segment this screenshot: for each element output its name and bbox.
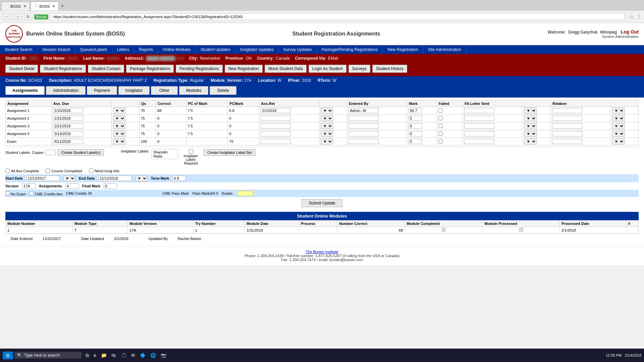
create-invigilator-labels-btn[interactable]: Create Invigilator Label Set [204, 149, 256, 156]
need-invig-info-checkbox[interactable] [89, 169, 93, 173]
asgn-due-3[interactable] [51, 122, 111, 130]
tab-modules[interactable]: Modules [179, 86, 208, 95]
start-date-input[interactable] [26, 176, 60, 181]
asgn-ret-3[interactable] [259, 122, 319, 130]
top-nav-item-site-administration[interactable]: Site Administration [423, 45, 466, 54]
asgn-fa-3[interactable] [463, 122, 523, 130]
asgn-failed-4[interactable] [437, 130, 463, 138]
asgn-fa-1[interactable] [463, 107, 523, 115]
asgn-entered-3[interactable] [347, 122, 407, 130]
footer-link[interactable]: The Burwin Institute [306, 250, 338, 254]
top-nav-item-new-registration[interactable]: New Registration [383, 45, 423, 54]
end-date-dd[interactable]: ▼ [135, 175, 148, 181]
asgn-dd-2[interactable]: ▼ [111, 115, 139, 122]
asgn-dd-4[interactable]: ▼ [111, 130, 139, 138]
asgn-due-1[interactable] [51, 107, 111, 115]
asgn-ret-1[interactable] [259, 107, 319, 115]
refresh-button[interactable]: ↻ [24, 13, 32, 20]
asgn-retaken-dd-1[interactable]: ▼ [610, 107, 638, 115]
start-date-dd[interactable]: ▼ [63, 175, 75, 181]
top-nav-item-invigilator-updates[interactable]: Invigilator Updates [235, 45, 278, 54]
asgn-entered-1[interactable] [347, 107, 407, 115]
assignments-count-input[interactable] [65, 183, 79, 189]
top-nav-item-session-search[interactable]: Session Search [38, 45, 75, 54]
need-invig-info-label[interactable]: Need Invig Info [89, 169, 119, 173]
top-nav-item-package/pending-registrations[interactable]: Package/Pending Registrations [317, 45, 383, 54]
asgn-mark-exam[interactable] [407, 138, 437, 145]
tab-assignments[interactable]: Assignments [5, 86, 45, 95]
invig-required-checkbox[interactable] [189, 149, 193, 154]
asgn-ret-dd-1[interactable]: ▼ [319, 107, 347, 115]
asgn-ret-dd-2[interactable]: ▼ [319, 115, 347, 122]
tab-administration[interactable]: Administration [46, 86, 86, 95]
create-student-labels-btn[interactable]: Create Student Label(s) [58, 149, 104, 156]
asgn-fa-dd-2[interactable]: ▼ [523, 115, 550, 122]
asgn-fa-dd-3[interactable]: ▼ [523, 122, 550, 130]
asgn-dd-3[interactable]: ▼ [111, 122, 139, 130]
asgn-failed-exam[interactable] [437, 138, 463, 145]
end-date-input[interactable] [98, 176, 132, 181]
surveys-btn[interactable]: Surveys [348, 65, 370, 73]
back-button[interactable]: ← [3, 13, 11, 20]
move-student-data-btn[interactable]: Move Student Data [265, 65, 307, 73]
asgn-retaken-2[interactable] [550, 115, 610, 122]
copies-input[interactable] [46, 150, 56, 155]
asgn-ret-4[interactable] [259, 130, 319, 138]
no-exam-checkbox[interactable] [5, 191, 10, 195]
forward-button[interactable]: → [13, 13, 22, 20]
new-registration-btn[interactable]: New Registration [225, 65, 263, 73]
top-nav-item-online-modules[interactable]: Online Modules [158, 45, 196, 54]
new-tab-button[interactable]: + [59, 3, 65, 9]
asgn-retaken-dd-exam[interactable]: ▼ [610, 138, 638, 145]
asgn-retaken-dd-3[interactable]: ▼ [610, 122, 638, 130]
course-completed-label[interactable]: Course Completed [46, 169, 82, 173]
package-registrations-btn[interactable]: Package Registrations [126, 65, 174, 73]
student-history-btn[interactable]: Student History [372, 65, 407, 73]
asgn-ret-dd-4[interactable]: ▼ [319, 130, 347, 138]
asgn-entered-exam[interactable] [347, 138, 407, 145]
bookmark-icon[interactable]: ☆ [630, 14, 634, 19]
tab-other[interactable]: Other [151, 86, 178, 95]
asgn-due-exam[interactable] [51, 138, 111, 145]
asgn-entered-4[interactable] [347, 130, 407, 138]
top-nav-item-student-search[interactable]: Student Search [0, 45, 38, 54]
cme-credits-ass-label[interactable]: CME Credits Ass [29, 191, 62, 196]
login-as-student-btn[interactable]: Login As Student [309, 65, 346, 73]
asgn-retaken-3[interactable] [550, 122, 610, 130]
settings-icon[interactable]: ⋮ [637, 14, 641, 19]
asgn-failed-1[interactable] [437, 107, 463, 115]
tab-delete[interactable]: Delete [210, 86, 236, 95]
asgn-fa-dd-4[interactable]: ▼ [523, 130, 550, 138]
tab-invigilator[interactable]: Invigilator [118, 86, 150, 95]
browser-tab-2[interactable]: 📄 BOSS ✕ [31, 2, 59, 10]
top-nav-item-student-updates[interactable]: Student Updates [196, 45, 235, 54]
browser-tab-1[interactable]: 📄 BOSS ✕ [1, 2, 30, 10]
version-input[interactable] [22, 183, 36, 189]
asgn-ret-2[interactable] [259, 115, 319, 122]
student-detail-btn[interactable]: Student Detail [5, 65, 38, 73]
all-ass-complete-checkbox[interactable] [5, 169, 10, 173]
top-nav-item-queues/labels[interactable]: Queues/Labels [75, 45, 112, 54]
asgn-failed-3[interactable] [437, 122, 463, 130]
student-contact-btn[interactable]: Student Contact [88, 65, 124, 73]
cme-credits-ass-checkbox[interactable] [29, 191, 34, 195]
pending-registrations-btn[interactable]: Pending Registrations [176, 65, 222, 73]
all-ass-complete-label[interactable]: All Ass Complete [5, 169, 39, 173]
asgn-fa-4[interactable] [463, 130, 523, 138]
asgn-retaken-4[interactable] [550, 130, 610, 138]
asgn-entered-2[interactable] [347, 115, 407, 122]
asgn-mark-3[interactable] [407, 122, 437, 130]
course-completed-checkbox[interactable] [46, 169, 50, 173]
asgn-dd-1[interactable]: ▼ [111, 107, 139, 115]
asgn-due-4[interactable] [51, 130, 111, 138]
asgn-retaken-dd-2[interactable]: ▼ [610, 115, 638, 122]
asgn-fa-dd-1[interactable]: ▼ [523, 107, 550, 115]
student-registrations-btn[interactable]: Student Registrations [40, 65, 86, 73]
asgn-retaken-1[interactable] [550, 107, 610, 115]
top-nav-item-survey-updates[interactable]: Survey Updates [278, 45, 317, 54]
asgn-fa-2[interactable] [463, 115, 523, 122]
close-tab-2[interactable]: ✕ [52, 4, 55, 8]
asgn-mark-4[interactable] [407, 130, 437, 138]
asgn-due-2[interactable] [51, 115, 111, 122]
asgn-ret-exam[interactable] [259, 138, 319, 145]
